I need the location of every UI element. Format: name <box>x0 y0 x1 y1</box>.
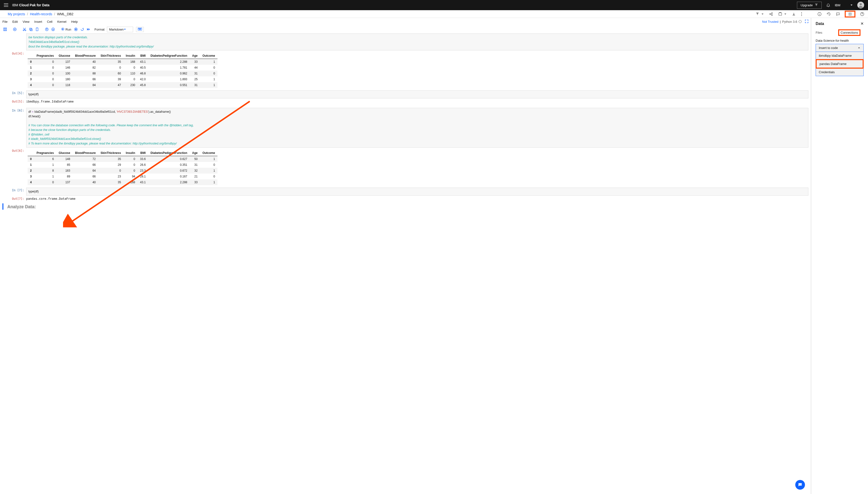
chevron-down-icon[interactable] <box>761 13 764 15</box>
svg-point-1 <box>860 3 862 5</box>
svg-point-3 <box>772 13 772 14</box>
menu-edit[interactable]: Edit <box>12 20 18 23</box>
connection-name: Data-Science-for-health <box>816 39 864 42</box>
insert-opt-pandas-dataframe[interactable]: pandas DataFrame <box>816 59 864 69</box>
notifications-icon[interactable] <box>826 3 830 7</box>
move-down-icon[interactable] <box>51 27 56 32</box>
help-icon[interactable] <box>860 12 864 16</box>
output-6: PregnanciesGlucoseBloodPressureSkinThick… <box>26 148 808 187</box>
svg-rect-5 <box>779 13 782 15</box>
kernel-status-icon <box>799 20 801 23</box>
breadcrumb-project[interactable]: Health-records <box>30 12 52 16</box>
avatar[interactable] <box>857 2 864 8</box>
svg-point-35 <box>799 484 800 485</box>
output-4: PregnanciesGlucoseBloodPressureSkinThick… <box>26 51 808 90</box>
menu-insert[interactable]: Insert <box>34 20 42 23</box>
trust-status[interactable]: Not Trusted <box>762 20 778 23</box>
chat-help-button[interactable] <box>795 480 805 490</box>
run-button[interactable]: Run <box>60 27 72 32</box>
code-cell-6[interactable]: df = IdaDataFrame(idadb_fdd9f5924b834dd1… <box>26 108 808 148</box>
command-palette-icon[interactable] <box>136 27 144 32</box>
out-prompt-4: Out[4]: <box>2 51 26 90</box>
breadcrumb-bar: My projects / Health-records / WML_DB2 <box>0 10 868 18</box>
breadcrumb: My projects / Health-records / WML_DB2 <box>8 12 74 16</box>
tab-files[interactable]: Files <box>816 29 839 36</box>
save-icon[interactable] <box>2 27 8 32</box>
stop-icon[interactable] <box>73 27 79 32</box>
notebook-toolbar: Run Format Markdown <box>0 25 811 34</box>
menu-kernel[interactable]: Kernel <box>57 20 67 23</box>
format-label: Format <box>95 27 105 31</box>
paste-icon[interactable] <box>34 27 40 32</box>
svg-rect-21 <box>36 28 38 31</box>
svg-point-8 <box>801 15 802 16</box>
notebook-menu: File Edit View Insert Cell Kernel Help N… <box>0 18 811 25</box>
expand-icon[interactable] <box>805 20 808 24</box>
data-side-panel: Data ✕ Files Connections Data-Science-fo… <box>811 18 868 494</box>
data-panel-toggle-icon[interactable] <box>845 11 855 17</box>
svg-point-11 <box>851 13 851 13</box>
svg-point-10 <box>849 13 849 13</box>
menu-help[interactable]: Help <box>71 20 78 23</box>
svg-point-18 <box>25 30 26 31</box>
side-panel-title: Data <box>816 22 824 26</box>
svg-point-7 <box>801 14 802 14</box>
svg-rect-33 <box>139 29 141 30</box>
chevron-down-icon[interactable] <box>784 13 787 15</box>
svg-point-2 <box>770 14 771 15</box>
menu-view[interactable]: View <box>22 20 29 23</box>
code-cell-7[interactable]: type(df) <box>26 188 808 196</box>
insert-opt-idadataframe[interactable]: ibmdbpy IdaDataFrame <box>816 52 863 59</box>
menu-cell[interactable]: Cell <box>47 20 52 23</box>
move-up-icon[interactable] <box>44 27 50 32</box>
jobs-icon[interactable] <box>778 12 782 16</box>
top-header: IBM Cloud Pak for Data Upgrade IBM <box>0 0 868 10</box>
breadcrumb-current: WML_DB2 <box>57 12 74 16</box>
menu-file[interactable]: File <box>2 20 7 23</box>
history-icon[interactable] <box>827 12 831 16</box>
upgrade-button[interactable]: Upgrade <box>797 2 822 9</box>
download-icon[interactable] <box>792 12 796 16</box>
svg-point-17 <box>23 30 24 31</box>
svg-rect-19 <box>30 28 32 30</box>
comment-icon[interactable] <box>836 12 840 16</box>
in-prompt-5: In [5]: <box>2 90 26 98</box>
svg-point-37 <box>801 484 801 485</box>
insert-to-code-select[interactable]: Insert to code <box>816 44 864 52</box>
breadcrumb-root[interactable]: My projects <box>8 12 25 16</box>
svg-rect-20 <box>30 29 32 31</box>
svg-rect-32 <box>140 28 141 29</box>
code-cell-5[interactable]: type(df) <box>26 90 808 98</box>
code-cell-partial[interactable]: ise function displays parts of the crede… <box>26 34 808 51</box>
restart-icon[interactable] <box>79 27 85 32</box>
out-prompt-6: Out[6]: <box>2 148 26 187</box>
svg-rect-30 <box>139 28 140 29</box>
copy-icon[interactable] <box>28 27 34 32</box>
svg-point-13 <box>851 15 851 15</box>
publish-icon[interactable] <box>755 12 759 16</box>
svg-rect-15 <box>4 28 6 31</box>
user-menu[interactable]: IBM <box>835 3 853 7</box>
out-prompt-7: Out[7]: <box>2 196 26 202</box>
brand-title: IBM Cloud Pak for Data <box>12 3 50 7</box>
tab-connections[interactable]: Connections <box>839 29 864 36</box>
info-icon[interactable] <box>817 12 822 16</box>
close-icon[interactable]: ✕ <box>861 21 864 26</box>
notebook-area: File Edit View Insert Cell Kernel Help N… <box>0 18 811 494</box>
kebab-menu-icon[interactable] <box>801 12 802 16</box>
run-all-icon[interactable] <box>86 27 91 32</box>
insert-opt-credentials[interactable]: Credentials <box>816 68 863 76</box>
output-7: pandas.core.frame.DataFrame <box>26 196 808 202</box>
cell-type-select[interactable]: Markdown <box>107 27 133 32</box>
svg-point-36 <box>800 484 800 485</box>
add-cell-icon[interactable] <box>12 27 17 32</box>
notebook-body[interactable]: ise function displays parts of the crede… <box>0 34 811 494</box>
svg-point-4 <box>772 15 772 16</box>
in-prompt-6: In [6]: <box>2 108 26 148</box>
cut-icon[interactable] <box>22 27 27 32</box>
markdown-cell-selected[interactable]: Analyze Data: <box>2 203 808 210</box>
kernel-name: Python 3.6 <box>782 20 797 23</box>
hamburger-menu-icon[interactable] <box>4 3 8 7</box>
share-icon[interactable] <box>769 12 773 16</box>
svg-rect-27 <box>75 29 76 30</box>
